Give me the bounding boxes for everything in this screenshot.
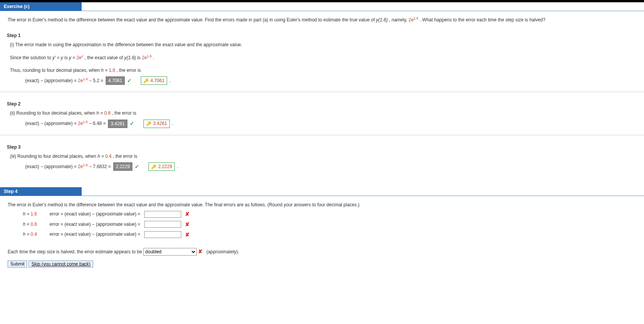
check-icon: ✓ <box>130 118 134 130</box>
step1-hint-box[interactable]: 🔑 4.7061 <box>141 76 167 85</box>
step4-tab: Step 4 <box>0 187 82 196</box>
error-label: error = (exact value) − (approximate val… <box>50 210 140 219</box>
period: . <box>172 118 173 128</box>
step3-title: Step 3 <box>7 144 636 150</box>
error-input-3[interactable] <box>144 231 181 238</box>
key-icon: 🔑 <box>143 76 149 85</box>
prompt-y16: y(1.6) <box>376 17 388 23</box>
key-icon: 🔑 <box>151 162 156 171</box>
step3-body: (iii) Rounding to four decimal places, w… <box>10 152 636 173</box>
h-cell: h = 0.8 <box>23 220 46 229</box>
step2-body: (ii) Rounding to four decimal places, wh… <box>10 109 636 130</box>
error-label: error = (exact value) − (approximate val… <box>50 220 140 229</box>
h-cell: h = 0.4 <box>23 230 46 239</box>
step4-content: The error in Euler's method is the diffe… <box>0 196 644 271</box>
step4-header-row: Step 4 <box>0 187 644 196</box>
table-row: h = 0.4 error = (exact value) − (approxi… <box>23 230 636 240</box>
prompt-2e: 2e1.6 <box>409 17 419 23</box>
table-row: h = 1.6 error = (exact value) − (approxi… <box>23 209 636 219</box>
divider <box>0 135 644 135</box>
step3-equation: (exact) − (approximate) = 2e1.6 − 7.6832… <box>25 161 636 173</box>
period: . <box>177 162 178 172</box>
step2-answer-box[interactable]: 3.4261 <box>108 120 127 128</box>
step2-hint-box[interactable]: 🔑 3.4261 <box>143 120 170 128</box>
step3-hint-value: 2.2229 <box>158 162 172 172</box>
x-icon: ✘ <box>198 248 203 254</box>
step3-hint-box[interactable]: 🔑 2.2229 <box>148 162 175 171</box>
exercise-tab: Exercise (c) <box>0 2 82 11</box>
step3-line1: (iii) Rounding to four decimal places, w… <box>10 152 636 161</box>
step4-table: h = 1.6 error = (exact value) − (approxi… <box>23 209 636 240</box>
x-icon: ✘ <box>185 219 190 230</box>
period: . <box>169 76 171 86</box>
button-row: Submit Skip (you cannot come back) <box>8 261 636 267</box>
prompt-text: , namely, <box>389 17 409 23</box>
error-behavior-select[interactable]: doubled <box>143 248 197 256</box>
table-row: h = 0.8 error = (exact value) − (approxi… <box>23 219 636 230</box>
step1-body: (i) The error made in using the approxim… <box>10 40 636 86</box>
x-icon: ✘ <box>185 209 190 219</box>
exercise-content: The error in Euler's method is the diffe… <box>0 11 644 176</box>
step4-final-line: Each time the step size is halved, the e… <box>8 246 636 257</box>
check-icon: ✓ <box>135 161 139 173</box>
prompt-text: The error in Euler's method is the diffe… <box>8 17 376 23</box>
step3-answer-box[interactable]: 2.2229 <box>113 162 133 171</box>
step1-hint-value: 4.7061 <box>150 76 164 86</box>
step2-hint-value: 3.4261 <box>153 118 167 128</box>
exercise-header-row: Exercise (c) <box>0 2 644 11</box>
exercise-prompt: The error in Euler's method is the diffe… <box>8 16 636 24</box>
step1-line3: Thus, rounding to four decimal places, w… <box>10 66 636 75</box>
error-label: error = (exact value) − (approximate val… <box>50 230 140 239</box>
step2-equation: (exact) − (approximate) = 2e1.6 − 6.48 =… <box>25 118 636 130</box>
skip-button[interactable]: Skip (you cannot come back) <box>29 261 93 267</box>
step2-line1: (ii) Rounding to four decimal places, wh… <box>10 109 636 118</box>
check-icon: ✓ <box>127 75 132 87</box>
submit-button[interactable]: Submit <box>8 261 27 267</box>
step1-title: Step 1 <box>7 33 636 38</box>
divider <box>0 92 644 92</box>
error-input-2[interactable] <box>144 221 181 228</box>
error-input-1[interactable] <box>144 211 181 218</box>
prompt-text: . What happens to the error each time th… <box>420 17 546 23</box>
step4-intro: The error in Euler's method is the diffe… <box>8 201 636 209</box>
step1-line1: (i) The error made in using the approxim… <box>10 40 636 49</box>
step1-equation: (exact) − (approximate) = 2e1.6 − 5.2 = … <box>25 75 636 87</box>
key-icon: 🔑 <box>146 119 151 128</box>
step2-title: Step 2 <box>7 101 636 107</box>
x-icon: ✘ <box>185 230 190 240</box>
h-cell: h = 1.6 <box>23 210 46 219</box>
step1-answer-box[interactable]: 4.7061 <box>106 76 125 85</box>
step1-line2: Since the solution to y' = y is y = 2ex … <box>10 53 636 62</box>
